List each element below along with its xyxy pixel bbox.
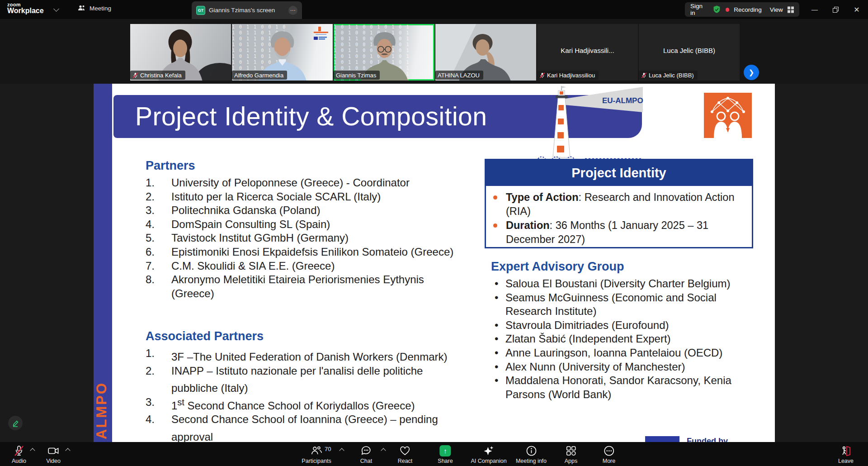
- more-button[interactable]: More: [603, 445, 615, 464]
- react-button[interactable]: React: [398, 445, 413, 464]
- share-label: Share: [438, 458, 453, 464]
- more-label: More: [603, 458, 615, 464]
- participant-display-name: Kari Hadjivassili...: [537, 47, 638, 54]
- pencil-icon: [12, 419, 19, 427]
- participant-name-label: Luca Jelic (BIBB): [639, 71, 698, 80]
- identity-bullet: Type of Action: Research and Innovation …: [486, 190, 752, 219]
- audio-options-chevron[interactable]: [30, 448, 35, 453]
- participants-count-badge: 70: [325, 446, 331, 452]
- participant-name-label: Alfredo Garmendia: [232, 71, 287, 80]
- expert-advisory-heading: Expert Advisory Group: [491, 260, 624, 274]
- tab-meeting-label: Meeting: [90, 5, 111, 12]
- sign-in-button[interactable]: Sign in: [690, 3, 708, 16]
- view-button[interactable]: View: [770, 6, 783, 13]
- participant-name-label: Christina Kefala: [130, 71, 185, 80]
- restore-button[interactable]: [826, 0, 845, 19]
- meeting-info-button[interactable]: Meeting info: [516, 445, 547, 464]
- chat-options-chevron[interactable]: [381, 448, 386, 453]
- tab-shared-screen[interactable]: GT Giannis Tzimas's screen ⋯: [192, 1, 302, 19]
- participant-name-text: Alfredo Garmendia: [234, 72, 283, 79]
- workplace-brand: Workplace: [7, 7, 44, 15]
- funded-by-label: Funded by: [687, 437, 728, 442]
- expert-item: Maddalena Honorati, Sandor Karacsony, Ke…: [491, 374, 748, 401]
- partner-item: University of Peloponnese (Greece) - Coo…: [146, 176, 458, 190]
- muted-mic-icon: [132, 72, 138, 78]
- participant-name-label: Giannis Tzimas: [334, 71, 380, 80]
- lighthouse-graphic: EU-ALMPO: [534, 85, 645, 162]
- partners-list: University of Peloponnese (Greece) - Coo…: [146, 176, 458, 300]
- video-button[interactable]: Video: [46, 445, 61, 464]
- partners-heading: Partners: [146, 159, 195, 173]
- react-label: React: [398, 458, 413, 464]
- heart-icon: [399, 445, 411, 456]
- leave-label: Leave: [838, 458, 854, 464]
- chat-label: Chat: [360, 458, 372, 464]
- title-bar: zoom Workplace Meeting GT Giannis Tzimas…: [0, 0, 868, 19]
- workspace-chevron-down-icon[interactable]: [53, 6, 59, 12]
- presentation-slide: ALMPO Project Identity & Composition EU: [94, 84, 775, 442]
- close-button[interactable]: ✕: [847, 0, 867, 19]
- participant-name-text: Giannis Tzimas: [336, 72, 376, 79]
- video-options-chevron[interactable]: [65, 448, 70, 453]
- share-button[interactable]: ↑ Share: [438, 445, 453, 464]
- annotate-button[interactable]: [8, 416, 23, 430]
- leave-button[interactable]: Leave: [838, 445, 854, 464]
- tab-meeting[interactable]: Meeting: [78, 5, 111, 12]
- partner-item: C.M. Skoulidi & SIA E.E. (Greece): [146, 259, 458, 273]
- participant-name-text: Christina Kefala: [140, 72, 182, 79]
- video-tile-athina-lazou[interactable]: ATHINA LAZOU: [435, 24, 536, 81]
- audio-label: Audio: [12, 458, 26, 464]
- next-participants-arrow-button[interactable]: ❯: [744, 65, 759, 80]
- participant-name-label: ATHINA LAZOU: [435, 71, 483, 80]
- eu-flag-box: [645, 436, 679, 442]
- titlebar-right-controls: Sign in Recording View: [685, 2, 799, 17]
- partner-item: Epistimoniki Enosi Ekpaidefsis Enilikon …: [146, 245, 458, 259]
- audio-button[interactable]: Audio: [12, 445, 26, 464]
- apps-grid-icon: [566, 445, 577, 456]
- associated-partner-item: INAPP – Istituto nazionale per l'analisi…: [146, 364, 469, 395]
- video-tile-kari-hadjivassiliou[interactable]: Kari Hadjivassili... Kari Hadjivassiliou: [537, 24, 638, 81]
- participant-name-text: ATHINA LAZOU: [438, 72, 480, 79]
- chat-bubble-icon: [360, 445, 372, 456]
- video-tile-luca-jelic[interactable]: Luca Jelic (BIBB) Luca Jelic (BIBB): [639, 24, 740, 81]
- recording-label: Recording: [734, 6, 762, 13]
- chat-button[interactable]: Chat: [360, 445, 372, 464]
- expert-item: Stavroula Dimitriades (Eurofound): [491, 319, 748, 333]
- project-identity-box: Project Identity Type of Action: Researc…: [485, 159, 753, 248]
- partner-item: Akronymo Meletitiki Etaireia Periorismen…: [146, 273, 458, 300]
- associated-partner-item: Second Chance School of Ioannina (Greece…: [146, 413, 469, 442]
- apps-button[interactable]: Apps: [565, 445, 578, 464]
- meeting-info-label: Meeting info: [516, 458, 547, 464]
- participant-name-text: Kari Hadjivassiliou: [547, 72, 595, 79]
- ai-companion-button[interactable]: AI Companion: [471, 445, 506, 464]
- screen-owner-avatar: GT: [196, 6, 205, 15]
- associated-partners-heading: Associated Partners: [146, 329, 264, 343]
- muted-mic-icon: [539, 72, 545, 78]
- meeting-toolbar: Audio Video Participants 70 Chat: [0, 442, 868, 466]
- video-tile-giannis-tzimas[interactable]: 1 0 1 1 0 0 1 0 1 0 1 1 0 1 0 0 1 0 1 1 …: [334, 24, 434, 81]
- project-identity-header: Project Identity: [486, 160, 752, 186]
- share-screen-icon: ↑: [439, 445, 451, 456]
- restore-icon: [833, 7, 839, 13]
- participants-label: Participants: [302, 458, 331, 464]
- tab-more-button[interactable]: ⋯: [288, 6, 297, 15]
- expert-advisory-list: Saloua El Boustani (Diversity Charter Be…: [491, 277, 748, 401]
- participant-display-name: Luca Jelic (BIBB): [639, 47, 740, 54]
- slide-side-bar: ALMPO: [94, 84, 112, 442]
- expert-item: Zlatan Šabić (Independent Expert): [491, 332, 748, 346]
- minimize-button[interactable]: —: [805, 0, 825, 19]
- camera-icon: [47, 445, 59, 456]
- apps-label: Apps: [565, 458, 578, 464]
- video-tile-alfredo-garmendia[interactable]: 1 0 1 1 0 0 1 0 1 0 1 1 0 1 0 0 1 0 1 1 …: [232, 24, 333, 81]
- expert-item: Anne Lauringson, Ioanna Pantelaiou (OECD…: [491, 346, 748, 360]
- participants-options-chevron[interactable]: [339, 448, 344, 453]
- leave-door-icon: [840, 445, 852, 456]
- identity-bullet: Duration: 36 Months (1 January 2025 – 31…: [486, 219, 752, 247]
- associated-partners-list: 3F –The United Federation of Danish Work…: [146, 347, 469, 442]
- participant-name-text: Luca Jelic (BIBB): [649, 72, 694, 79]
- video-tile-christina-kefala[interactable]: Christina Kefala: [130, 24, 231, 81]
- security-shield-icon[interactable]: [712, 5, 721, 14]
- eu-almpo-logo: [704, 93, 752, 138]
- view-grid-icon[interactable]: [788, 6, 794, 13]
- project-identity-list: Type of Action: Research and Innovation …: [486, 190, 752, 247]
